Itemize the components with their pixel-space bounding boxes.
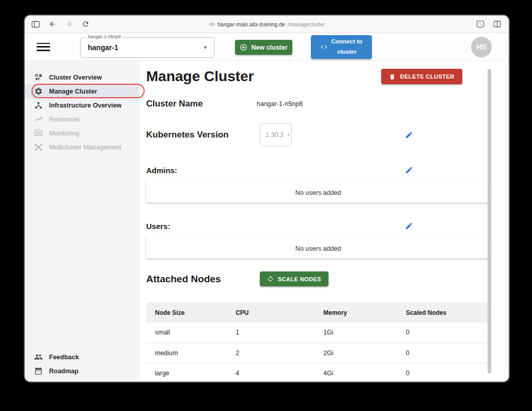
- avatar-initials: HS: [476, 43, 486, 51]
- avatar[interactable]: HS: [471, 37, 492, 57]
- delete-cluster-button[interactable]: DELETE CLUSTER: [381, 69, 462, 84]
- menu-icon[interactable]: [37, 43, 50, 51]
- cell-cpu: 1: [236, 323, 323, 343]
- users-empty-text: No users added: [295, 245, 341, 252]
- cluster-select[interactable]: hangar-1-n5np8 hangar-1 ▼: [80, 37, 214, 58]
- sidebar-item-label: Infrastructure Overview: [49, 102, 121, 109]
- cluster-name-label: Cluster Name: [146, 99, 257, 109]
- kubernetes-version-label: Kubernetes Version: [146, 130, 260, 140]
- edit-users-icon[interactable]: [405, 222, 413, 230]
- chevron-down-icon: ▼: [287, 133, 291, 138]
- edit-version-icon[interactable]: [405, 131, 413, 139]
- sidebar-item-label: Monitoring: [49, 130, 79, 137]
- browser-chrome: hangar-main.atix-training.de/manageclust…: [25, 16, 509, 33]
- admins-empty-card: No users added: [146, 179, 490, 203]
- url-domain: hangar-main.atix-training.de: [217, 21, 285, 27]
- cell-scaled-nodes: 0: [406, 343, 490, 363]
- tab-overview-icon[interactable]: [492, 20, 502, 29]
- table-row: large 4 4Gi 0: [146, 363, 490, 380]
- sidebar-item-label: Resources: [49, 116, 80, 123]
- sidebar-toggle-icon[interactable]: [31, 20, 40, 29]
- kubernetes-version-value: 1.30.3: [265, 131, 284, 139]
- table-row: small 1 1Gi 0: [146, 323, 490, 343]
- column-header: Scaled Nodes: [406, 302, 490, 323]
- admins-label: Admins:: [146, 166, 177, 175]
- address-bar[interactable]: hangar-main.atix-training.de/manageclust…: [25, 16, 509, 33]
- sidebar-item-label: Roadmap: [49, 368, 79, 375]
- cell-cpu: 4: [236, 363, 323, 380]
- page-title: Manage Cluster: [146, 68, 254, 85]
- trash-icon: [389, 73, 396, 80]
- admins-empty-text: No users added: [295, 189, 341, 196]
- table-row: medium 2 2Gi 0: [146, 343, 490, 363]
- kubernetes-version-select[interactable]: 1.30.3 ▼: [260, 124, 292, 146]
- new-cluster-label: New cluster: [251, 44, 287, 51]
- sidebar-item-label: Multicluster Management: [49, 144, 121, 151]
- connect-cluster-label: Connect to cluster: [331, 37, 362, 57]
- forward-icon[interactable]: [64, 20, 73, 29]
- device-hub-icon: [34, 101, 43, 110]
- scrollbar-thumb[interactable]: [488, 69, 491, 373]
- cell-memory: 4Gi: [323, 363, 406, 380]
- cell-node-size: small: [146, 323, 236, 343]
- sidebar-item-cluster-overview[interactable]: Cluster Overview: [25, 70, 139, 84]
- sidebar-item-infrastructure-overview[interactable]: Infrastructure Overview: [25, 98, 139, 112]
- sidebar-item-roadmap[interactable]: Roadmap: [25, 364, 139, 378]
- sidebar-item-label: Feedback: [49, 354, 79, 361]
- column-header: CPU: [236, 302, 323, 323]
- scale-nodes-button[interactable]: SCALE NODES: [260, 271, 328, 286]
- main-content: Manage Cluster DELETE CLUSTER Cluster Na…: [139, 61, 509, 380]
- users-empty-card: No users added: [146, 235, 490, 258]
- table-header-row: Node Size CPU Memory Scaled Nodes: [146, 302, 490, 323]
- link-icon: [209, 21, 215, 27]
- cell-node-size: medium: [146, 343, 236, 363]
- attached-nodes-title: Attached Nodes: [146, 273, 260, 285]
- monitor-icon: [34, 129, 43, 138]
- sidebar-item-label: Cluster Overview: [49, 74, 102, 81]
- code-icon: [320, 43, 327, 51]
- calendar-icon: [34, 367, 43, 375]
- chevron-down-icon: ▼: [203, 45, 208, 50]
- browser-window: hangar-main.atix-training.de/manageclust…: [25, 16, 509, 382]
- cell-scaled-nodes: 0: [406, 323, 490, 343]
- reload-icon[interactable]: [81, 20, 90, 29]
- url-path: /managecluster: [288, 21, 325, 27]
- scale-nodes-label: SCALE NODES: [278, 276, 321, 282]
- cell-cpu: 2: [236, 343, 323, 363]
- nodes-table: Node Size CPU Memory Scaled Nodes small …: [146, 302, 490, 380]
- delete-cluster-label: DELETE CLUSTER: [400, 73, 455, 80]
- sidebar-item-feedback[interactable]: Feedback: [25, 350, 139, 364]
- cell-scaled-nodes: 0: [406, 363, 490, 380]
- plus-circle-icon: [240, 43, 247, 51]
- hub-network-icon: [34, 143, 43, 151]
- trending-chart-icon: [34, 115, 43, 124]
- sidebar-item-label: Manage Cluster: [49, 88, 97, 95]
- sidebar-item-manage-cluster[interactable]: Manage Cluster: [25, 84, 139, 98]
- cell-node-size: large: [146, 363, 236, 380]
- gear-icon: [34, 87, 43, 96]
- back-icon[interactable]: [48, 20, 57, 29]
- sidebar-item-monitoring[interactable]: Monitoring: [25, 126, 139, 140]
- sync-icon: [267, 276, 274, 282]
- edit-admins-icon[interactable]: [405, 166, 413, 174]
- cell-memory: 2Gi: [323, 343, 406, 363]
- sidebar-item-resources[interactable]: Resources: [25, 112, 139, 126]
- page-settings-icon[interactable]: [476, 20, 485, 29]
- people-icon: [34, 353, 43, 361]
- cluster-name-value: hangar-1-n5np8: [257, 100, 303, 108]
- users-label: Users:: [146, 222, 170, 231]
- sidebar-item-multicluster-management[interactable]: Multicluster Management: [25, 140, 139, 154]
- cluster-tree-icon: [34, 73, 43, 82]
- sidebar: Cluster Overview Manage Cluster Infrastr…: [25, 61, 139, 380]
- column-header: Node Size: [146, 302, 236, 323]
- cell-memory: 1Gi: [323, 323, 406, 343]
- connect-cluster-button[interactable]: Connect to cluster: [311, 35, 372, 59]
- cluster-select-value: hangar-1: [88, 43, 118, 52]
- column-header: Memory: [323, 302, 406, 323]
- new-cluster-button[interactable]: New cluster: [235, 40, 292, 55]
- app-toolbar: hangar-1-n5np8 hangar-1 ▼ New cluster Co…: [25, 33, 509, 61]
- cluster-select-label: hangar-1-n5np8: [86, 34, 123, 39]
